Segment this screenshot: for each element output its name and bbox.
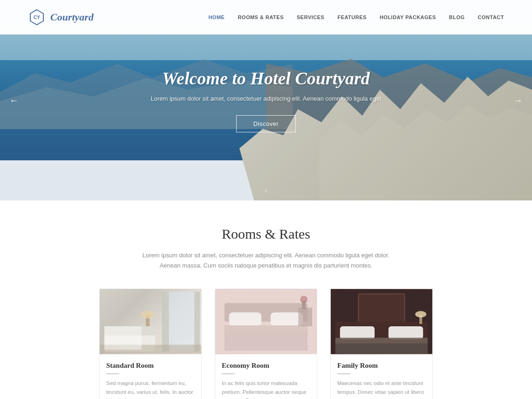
hero-title: Welcome to Hotel Courtyard <box>103 68 429 89</box>
hero-subtitle: Lorem ipsum dolor sit amet, consectetuer… <box>103 95 429 102</box>
rooms-section-desc: Lorem ipsum dolor sit amet, consectetuer… <box>136 250 396 271</box>
rooms-section: Rooms & Rates Lorem ipsum dolor sit amet… <box>0 200 532 399</box>
nav-services[interactable]: SERVICES <box>297 14 324 20</box>
hero-prev-arrow[interactable]: ← <box>9 95 19 106</box>
room-card-standard-divider <box>106 373 119 374</box>
svg-rect-6 <box>162 292 169 352</box>
room-card-economy: Economy Room In ac felis quis tortor mal… <box>215 289 317 399</box>
svg-rect-12 <box>100 345 201 354</box>
main-nav: HOME ROOMS & RATES SERVICES FEATURES HOL… <box>208 14 504 20</box>
room-card-family-text: Maecenas nec odio et ante tincidunt temp… <box>337 379 426 396</box>
svg-rect-18 <box>225 325 307 332</box>
room-card-standard: Standard Room Sed magna purus, fermentum… <box>99 289 202 399</box>
room-card-family-title: Family Room <box>337 362 426 370</box>
svg-rect-7 <box>194 292 200 352</box>
logo-icon: CY <box>28 8 46 26</box>
svg-rect-23 <box>358 294 404 324</box>
hero-scroll-down: ↓ <box>265 186 268 194</box>
room-cards-container: Standard Room Sed magna purus, fermentum… <box>28 289 504 399</box>
svg-rect-16 <box>271 312 303 326</box>
svg-rect-15 <box>229 312 261 326</box>
room-card-standard-image <box>100 289 201 354</box>
header: CY Courtyard HOME ROOMS & RATES SERVICES… <box>0 0 532 34</box>
svg-point-21 <box>300 296 307 303</box>
logo[interactable]: CY Courtyard <box>28 8 94 26</box>
room-card-standard-title: Standard Room <box>106 362 195 370</box>
svg-rect-28 <box>335 338 428 344</box>
svg-rect-5 <box>164 292 197 352</box>
svg-rect-19 <box>298 308 312 326</box>
room-card-economy-body: Economy Room In ac felis quis tortor mal… <box>215 354 317 399</box>
nav-blog[interactable]: BLOG <box>449 14 465 20</box>
svg-rect-9 <box>104 326 155 336</box>
room-card-family-body: Family Room Maecenas nec odio et ante ti… <box>331 354 432 399</box>
room-card-economy-image <box>215 289 317 354</box>
room-card-standard-body: Standard Room Sed magna purus, fermentum… <box>100 354 201 399</box>
nav-rooms-rates[interactable]: ROOMS & RATES <box>238 14 284 20</box>
svg-rect-25 <box>340 326 375 339</box>
room-card-economy-title: Economy Room <box>222 362 310 370</box>
room-card-family-image <box>331 289 432 354</box>
room-card-standard-text: Sed magna purus, fermentum eu, tincidunt… <box>106 379 195 399</box>
room-card-economy-divider <box>222 373 235 374</box>
nav-contact[interactable]: CONTACT <box>478 14 504 20</box>
logo-text: Courtyard <box>50 11 94 23</box>
hero-cta-button[interactable]: Discover <box>236 115 296 132</box>
rooms-section-title: Rooms & Rates <box>28 226 504 242</box>
room-card-family-divider <box>337 373 350 374</box>
svg-point-11 <box>141 311 154 318</box>
nav-features[interactable]: FEATURES <box>337 14 366 20</box>
hero-content: Welcome to Hotel Courtyard Lorem ipsum d… <box>103 68 429 132</box>
room-card-economy-text: In ac felis quis tortor malesuada pretiu… <box>222 379 310 399</box>
room-card-family: Family Room Maecenas nec odio et ante ti… <box>330 289 433 399</box>
nav-home[interactable]: HOME <box>208 14 225 20</box>
svg-text:CY: CY <box>34 15 40 20</box>
svg-rect-26 <box>389 326 423 339</box>
nav-holiday-packages[interactable]: HOLIDAY PACKAGES <box>380 14 436 20</box>
hero-next-arrow[interactable]: → <box>513 95 523 106</box>
svg-point-30 <box>415 311 426 317</box>
